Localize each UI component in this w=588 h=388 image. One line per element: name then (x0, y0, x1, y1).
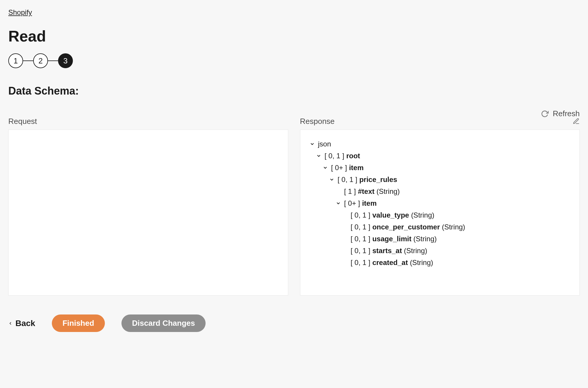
node-name: item (362, 199, 376, 207)
request-box (8, 130, 288, 296)
chevron-down-icon[interactable] (316, 154, 322, 158)
node-name: #text (358, 187, 374, 195)
back-button[interactable]: Back (8, 319, 35, 328)
tree-node[interactable]: [ 0, 1 ] usage_limit (String) (342, 233, 571, 245)
cardinality: [ 0, 1 ] (351, 223, 372, 231)
tree-node[interactable]: json (309, 138, 571, 150)
chevron-down-icon[interactable] (309, 142, 315, 146)
section-title: Data Schema: (8, 85, 580, 97)
cardinality: [ 0, 1 ] (338, 175, 359, 183)
step-connector (23, 60, 33, 61)
node-type: (String) (442, 223, 465, 231)
cardinality: [ 1 ] (344, 187, 358, 195)
node-type: (String) (414, 235, 437, 243)
breadcrumb-link[interactable]: Shopify (8, 8, 32, 17)
node-name: root (346, 152, 360, 160)
cardinality: [ 0, 1 ] (351, 258, 372, 266)
response-box: json[ 0, 1 ] root[ 0+ ] item[ 0, 1 ] pri… (300, 130, 580, 296)
cardinality: [ 0, 1 ] (351, 247, 372, 255)
page-title: Read (8, 27, 580, 45)
step-1[interactable]: 1 (8, 53, 23, 68)
node-name: once_per_customer (372, 223, 440, 231)
finished-button[interactable]: Finished (52, 314, 105, 332)
cardinality: [ 0+ ] (331, 164, 349, 172)
node-name: item (349, 164, 363, 172)
cardinality: [ 0+ ] (344, 199, 362, 207)
tree-node[interactable]: [ 0, 1 ] starts_at (String) (342, 245, 571, 257)
cardinality: [ 0, 1 ] (351, 235, 372, 243)
response-label: Response (300, 117, 335, 126)
tree-node[interactable]: [ 0+ ] item (322, 162, 571, 174)
cardinality: [ 0, 1 ] (325, 152, 346, 160)
node-name: created_at (372, 258, 408, 266)
node-label: json (318, 140, 331, 148)
edit-icon[interactable] (573, 118, 580, 125)
tree-node[interactable]: [ 0, 1 ] once_per_customer (String) (342, 221, 571, 233)
node-name: usage_limit (372, 235, 411, 243)
node-type: (String) (410, 258, 433, 266)
back-label: Back (15, 319, 35, 328)
tree-node[interactable]: [ 0, 1 ] value_type (String) (342, 209, 571, 221)
step-2[interactable]: 2 (33, 53, 48, 68)
cardinality: [ 0, 1 ] (351, 211, 372, 219)
step-connector (48, 60, 58, 61)
request-label: Request (8, 117, 37, 126)
chevron-down-icon[interactable] (335, 201, 341, 206)
tree-node[interactable]: [ 0+ ] item (335, 197, 571, 209)
stepper: 1 2 3 (8, 53, 580, 68)
discard-button[interactable]: Discard Changes (121, 314, 206, 332)
request-panel: Request (8, 116, 288, 296)
chevron-left-icon (8, 320, 12, 326)
response-panel: Response json[ 0, 1 ] root[ 0+ ] item[ 0… (300, 116, 580, 296)
node-name: starts_at (372, 247, 402, 255)
node-type: (String) (411, 211, 435, 219)
step-3[interactable]: 3 (58, 53, 73, 68)
node-name: price_rules (359, 175, 397, 183)
tree-node[interactable]: [ 0, 1 ] created_at (String) (342, 257, 571, 269)
chevron-down-icon[interactable] (322, 165, 328, 170)
tree-node[interactable]: [ 0, 1 ] price_rules (329, 174, 571, 186)
node-type: (String) (376, 187, 400, 195)
node-type: (String) (404, 247, 427, 255)
tree-node[interactable]: [ 1 ] #text (String) (335, 186, 571, 197)
node-name: value_type (372, 211, 409, 219)
tree-node[interactable]: [ 0, 1 ] root (316, 150, 571, 162)
chevron-down-icon[interactable] (329, 177, 335, 182)
